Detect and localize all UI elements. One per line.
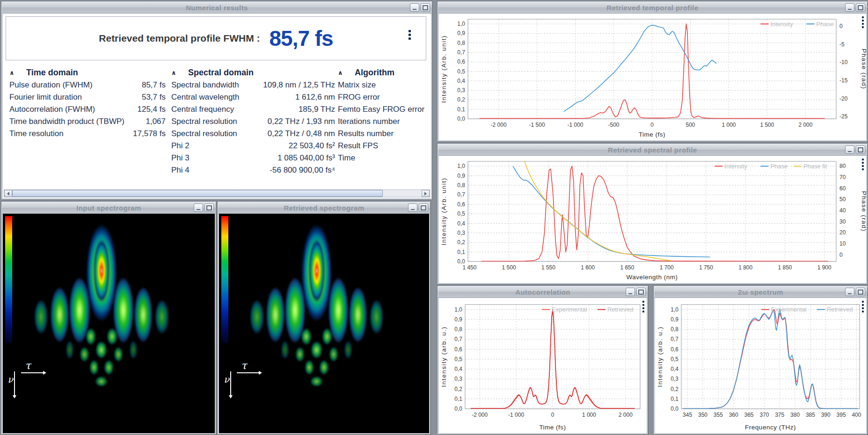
- numeric-row: Fourier limit duration53,7 fs: [9, 91, 166, 103]
- section-collapse-caret[interactable]: ∧: [338, 69, 355, 76]
- frog-trace-lobe: [95, 376, 108, 387]
- x-tick-label: 370: [759, 412, 769, 418]
- restore-button[interactable]: [856, 145, 865, 154]
- minimize-icon: [413, 9, 416, 10]
- y-tick-label: 0,7: [457, 191, 465, 198]
- panel-2w-spectrum: 2ω spectrum 0,00,10,20,30,40,50,60,70,80…: [653, 285, 868, 435]
- legend-label: Retrieved: [827, 306, 853, 313]
- frog-trace-lobe: [95, 341, 107, 359]
- x-tick-label: 1 000: [722, 122, 736, 128]
- restore-icon: [206, 205, 212, 210]
- drag-handle-icon[interactable]: [408, 30, 411, 40]
- spectral-chart[interactable]: 0,00,10,20,30,40,50,60,70,80,91,01 4501 …: [439, 156, 866, 283]
- numeric-label: Central wavelength: [171, 91, 240, 103]
- y-tick-label: 0,5: [671, 356, 678, 362]
- y-tick-label: 0,0: [671, 406, 678, 412]
- numeric-label: Time resolution: [9, 128, 64, 140]
- tau-axis-label: τ: [25, 360, 31, 371]
- retrieved-spectrogram-titlebar[interactable]: Retrieved spectrogram: [218, 202, 430, 214]
- input-spectrogram-canvas[interactable]: τ ν: [3, 214, 215, 433]
- drag-handle-icon[interactable]: [862, 159, 864, 170]
- x-tick-label: 365: [744, 412, 753, 418]
- 2w-spectrum-titlebar[interactable]: 2ω spectrum: [654, 286, 867, 298]
- temporal-profile-title: Retrieved temporal profile: [606, 4, 698, 12]
- minimize-button[interactable]: [410, 3, 419, 12]
- frog-trace-lobe: [295, 347, 305, 362]
- minimize-button[interactable]: [626, 288, 635, 296]
- input-spectrogram-titlebar[interactable]: Input spectrogram: [2, 202, 216, 214]
- retrieved-spectrogram-canvas[interactable]: τ ν: [219, 214, 429, 433]
- frog-trace-lobe: [107, 328, 117, 346]
- numeric-value: 1 612,6 nm: [295, 91, 335, 103]
- frog-trace-lobe: [66, 340, 74, 360]
- phase-tick-label: 10: [839, 240, 846, 247]
- frog-trace-lobe: [322, 328, 332, 346]
- y-tick-label: 0,2: [457, 96, 465, 103]
- numeric-row: Central frequency185,9 THz: [171, 103, 335, 116]
- horizontal-scrollbar[interactable]: [4, 189, 430, 197]
- tau-axis-arrow-icon: [21, 372, 44, 373]
- y-tick-label: 0,0: [457, 258, 465, 265]
- x-tick-label: 350: [698, 412, 708, 418]
- x-axis-title: Time (fs): [639, 131, 665, 138]
- y-tick-label: 0,7: [454, 336, 462, 342]
- scroll-right-button[interactable]: [422, 190, 430, 197]
- temporal-profile-titlebar[interactable]: Retrieved temporal profile: [438, 2, 867, 14]
- scroll-left-button[interactable]: [4, 190, 12, 197]
- section-collapse-caret[interactable]: ∧: [171, 69, 188, 76]
- frog-trace-lobe: [329, 347, 338, 362]
- numeric-row: Femto Easy FROG error: [338, 103, 428, 116]
- y-tick-label: 0,3: [671, 376, 678, 382]
- panel-autocorrelation: Autocorrelation 0,00,10,20,30,40,50,60,7…: [437, 285, 649, 435]
- minimize-button[interactable]: [845, 288, 854, 296]
- numeric-value: 53,7 fs: [142, 91, 166, 103]
- scroll-right-icon: [424, 192, 427, 196]
- restore-button[interactable]: [421, 3, 430, 12]
- x-tick-label: 395: [837, 412, 846, 418]
- restore-button[interactable]: [856, 288, 865, 296]
- minimize-icon: [628, 293, 632, 294]
- minimize-button[interactable]: [194, 203, 203, 212]
- fwhm-value: 85,7 fs: [269, 26, 333, 51]
- frog-trace-lobe: [301, 328, 311, 346]
- section-title: Spectral domain: [188, 68, 254, 78]
- x-tick-label: 355: [714, 412, 723, 418]
- phase-tick-label: 70: [839, 174, 846, 181]
- minimize-icon: [848, 9, 852, 10]
- temporal-chart[interactable]: 0,00,10,20,30,40,50,60,70,80,91,0-2 000-…: [439, 14, 866, 140]
- spectral-profile-titlebar[interactable]: Retrieved spectral profile: [438, 144, 867, 156]
- x-tick-label: 500: [686, 122, 695, 128]
- x-tick-label: 0: [650, 122, 654, 128]
- restore-button[interactable]: [204, 203, 214, 212]
- y-tick-label: 0,9: [457, 173, 465, 179]
- numeric-value: 22 503,40 fs²: [289, 140, 335, 152]
- 2w-spectrum-chart[interactable]: 0,00,10,20,30,40,50,60,70,80,91,03453503…: [655, 298, 866, 433]
- autocorrelation-chart[interactable]: 0,00,10,20,30,40,50,60,70,80,91,0-2 000-…: [439, 298, 647, 433]
- frog-trace-lobe: [134, 286, 153, 343]
- numeric-value: 109,8 nm / 12,5 THz: [263, 79, 335, 91]
- numerical-results-titlebar[interactable]: Numerical results: [2, 2, 432, 14]
- restore-button[interactable]: [636, 288, 646, 296]
- section-collapse-caret[interactable]: ∧: [9, 69, 26, 76]
- phase-tick-label: -25: [839, 113, 848, 120]
- x-tick-label: 360: [729, 412, 738, 418]
- minimize-icon: [848, 151, 852, 152]
- frog-trace-lobe: [114, 347, 123, 362]
- drag-handle-icon[interactable]: [862, 301, 864, 312]
- autocorrelation-titlebar[interactable]: Autocorrelation: [438, 286, 648, 298]
- restore-button[interactable]: [856, 3, 865, 12]
- x-axis-title: Wavelength (nm): [627, 274, 678, 281]
- scrollbar-thumb[interactable]: [12, 190, 383, 197]
- legend-label: Phase: [770, 163, 788, 170]
- x-tick-label: 1 750: [699, 264, 713, 271]
- restore-button[interactable]: [419, 203, 428, 212]
- legend-label: Experimental: [771, 306, 807, 313]
- legend-label: Intensity: [724, 163, 747, 170]
- drag-handle-icon[interactable]: [642, 301, 644, 312]
- minimize-button[interactable]: [408, 203, 417, 212]
- y-tick-label: 0,0: [457, 116, 465, 122]
- numeric-row: FROG error: [338, 91, 428, 103]
- minimize-button[interactable]: [845, 3, 854, 12]
- drag-handle-icon[interactable]: [862, 16, 864, 28]
- minimize-button[interactable]: [845, 145, 854, 154]
